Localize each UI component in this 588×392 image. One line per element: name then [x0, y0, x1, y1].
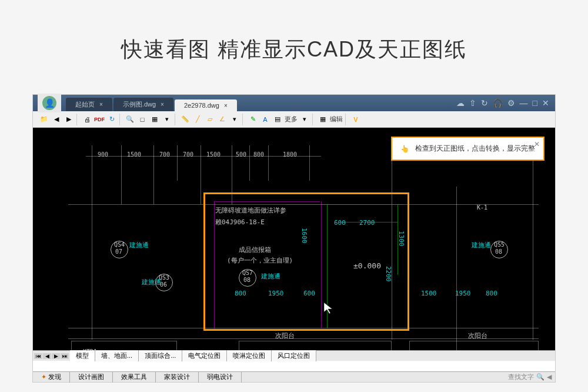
chevron-down-icon[interactable]: ▾ — [229, 114, 240, 125]
back-icon[interactable]: ◀ — [51, 114, 62, 125]
zoom-icon[interactable]: 🔍 — [125, 114, 135, 125]
dimension-label: 500 — [236, 151, 246, 158]
cad-vline — [121, 145, 122, 204]
cad-vline — [456, 187, 457, 351]
notification-text: 检查到天正图纸，点击转换，显示完整 — [415, 144, 535, 154]
dimension-label: 1500 — [206, 151, 220, 158]
close-window-icon[interactable]: ✕ — [542, 98, 549, 108]
cursor — [324, 303, 336, 317]
symbol-label: QS7 — [242, 270, 253, 276]
sync-icon[interactable]: ↻ — [481, 98, 488, 108]
layout-tab[interactable]: 顶面综合... — [139, 350, 182, 361]
angle-icon[interactable]: ∠ — [217, 114, 228, 125]
close-icon[interactable]: ✕ — [534, 140, 540, 148]
jst-label: 建施通 — [261, 272, 280, 281]
search-placeholder: 查找文字 — [508, 373, 534, 381]
status-discover[interactable]: ✦ 发现 — [33, 371, 70, 383]
titlebar: 👤 起始页× 示例图.dwg× 2e2978.dwg× ☁ ⇧ ↻ 🎧 ⚙ — … — [33, 95, 555, 111]
symbol-label: 06 — [160, 281, 167, 288]
gear-icon[interactable]: ⚙ — [507, 98, 515, 108]
tab-start[interactable]: 起始页× — [66, 98, 112, 111]
symbol-label: 08 — [495, 248, 502, 255]
chevron-left-icon[interactable]: ◀ — [547, 373, 552, 381]
symbol-label: QS5 — [494, 241, 505, 248]
more-button[interactable]: 更多 — [285, 115, 298, 124]
status-home[interactable]: 家装设计 — [156, 371, 199, 383]
close-icon[interactable]: × — [99, 101, 103, 108]
window-controls: ☁ ⇧ ↻ 🎧 ⚙ — □ ✕ — [450, 98, 555, 108]
layout-tab[interactable]: 墙、地面... — [95, 350, 139, 361]
vip-icon[interactable]: V — [350, 114, 361, 125]
dimension-label: 1600 — [300, 228, 308, 244]
edit-button[interactable]: 编辑 — [330, 115, 343, 124]
status-design[interactable]: 设计画图 — [70, 371, 113, 383]
minimize-icon[interactable]: — — [520, 98, 528, 108]
box-icon[interactable]: □ — [137, 114, 148, 125]
line-icon[interactable]: ╱ — [192, 114, 203, 125]
dimension-label: 800 — [253, 151, 264, 158]
forward-icon[interactable]: ▶ — [64, 114, 74, 125]
text-icon[interactable]: A — [260, 114, 270, 125]
dimension-label: 600 — [334, 219, 346, 227]
user-avatar[interactable]: 👤 — [38, 94, 61, 112]
cad-vline — [153, 145, 154, 204]
print-icon[interactable]: 🖨 — [82, 114, 92, 125]
symbol-label: 07 — [115, 248, 122, 255]
maximize-icon[interactable]: □ — [533, 98, 537, 108]
search-icon[interactable]: 🔍 — [536, 373, 544, 381]
annotation-text: 无障碍坡道地面做法详参 — [215, 206, 286, 215]
measure-icon[interactable]: 📏 — [180, 114, 191, 125]
upload-icon[interactable]: ⇧ — [469, 98, 476, 108]
support-icon[interactable]: 🎧 — [493, 98, 503, 108]
chevron-down-icon[interactable]: ▾ — [299, 114, 310, 125]
tab-label: 示例图.dwg — [123, 100, 156, 109]
first-tab-icon[interactable]: ⏮ — [34, 353, 42, 359]
draw-icon[interactable]: ✎ — [248, 114, 258, 125]
prev-tab-icon[interactable]: ◀ — [43, 353, 51, 359]
area-icon[interactable]: ▱ — [205, 114, 215, 125]
layout-tabs-bar: ⏮ ◀ ▶ ⏭ 模型 墙、地面... 顶面综合... 电气定位图 喷淋定位图 风… — [33, 350, 555, 361]
layout-tab[interactable]: 电气定位图 — [182, 350, 227, 361]
jst-label: 建施通 — [472, 241, 491, 250]
refresh-icon[interactable]: ↻ — [106, 114, 117, 125]
cloud-icon[interactable]: ☁ — [456, 98, 465, 108]
cad-vline — [92, 145, 92, 340]
cad-vline — [249, 145, 250, 181]
dimension-label: 800 — [486, 290, 497, 297]
pdf-icon[interactable]: PDF — [94, 114, 105, 125]
nav-icon[interactable]: ▦ — [149, 114, 160, 125]
tab-example[interactable]: 示例图.dwg× — [113, 98, 173, 111]
chevron-down-icon[interactable]: ▾ — [162, 114, 172, 125]
last-tab-icon[interactable]: ⏭ — [61, 353, 69, 359]
symbol-label: QS4 — [114, 241, 125, 248]
marketing-headline: 快速看图 精准显示CAD及天正图纸 — [0, 0, 588, 88]
close-icon[interactable]: × — [161, 101, 164, 108]
balcony-label: 次阳台 — [468, 331, 487, 340]
status-tools[interactable]: 效果工具 — [113, 371, 156, 383]
layout-tab-model[interactable]: 模型 — [70, 350, 95, 361]
status-bar: ✦ 发现 设计画图 效果工具 家装设计 弱电设计 查找文字 🔍 ◀ — [33, 371, 555, 382]
dimension-label: 1950 — [455, 290, 471, 297]
open-icon[interactable]: 📁 — [39, 114, 49, 125]
arrow-label: K-1 — [477, 204, 487, 211]
cad-vline — [309, 145, 310, 181]
edit-icon[interactable]: ▦ — [318, 114, 328, 125]
next-tab-icon[interactable]: ▶ — [52, 353, 60, 359]
dimension-label: 700 — [159, 151, 170, 158]
layers-icon[interactable]: ▤ — [272, 114, 283, 125]
tab-current[interactable]: 2e2978.dwg× — [175, 99, 237, 111]
layout-tab[interactable]: 喷淋定位图 — [227, 350, 272, 361]
dimension-label: 800 — [235, 290, 246, 297]
tab-label: 2e2978.dwg — [184, 102, 219, 109]
avatar-icon: 👤 — [42, 96, 56, 110]
tianzheng-notification[interactable]: 👆 检查到天正图纸，点击转换，显示完整 ✕ — [391, 137, 544, 161]
status-electrical[interactable]: 弱电设计 — [199, 371, 242, 383]
dimension-label: 1950 — [268, 290, 284, 297]
toolbar: 📁 ◀ ▶ 🖨 PDF ↻ 🔍 □ ▦ ▾ 📏 ╱ ▱ ∠ ▾ ✎ A ▤ 更多… — [33, 111, 555, 128]
layout-tab[interactable]: 风口定位图 — [272, 350, 316, 361]
tab-label: 起始页 — [75, 100, 95, 109]
elevation-text: ±0.000 — [353, 261, 381, 270]
search-input[interactable]: 查找文字 🔍 ◀ — [505, 373, 555, 381]
drawing-canvas[interactable]: 900 1500 700 700 1500 500 800 1800 — [33, 128, 555, 361]
close-icon[interactable]: × — [224, 102, 228, 109]
